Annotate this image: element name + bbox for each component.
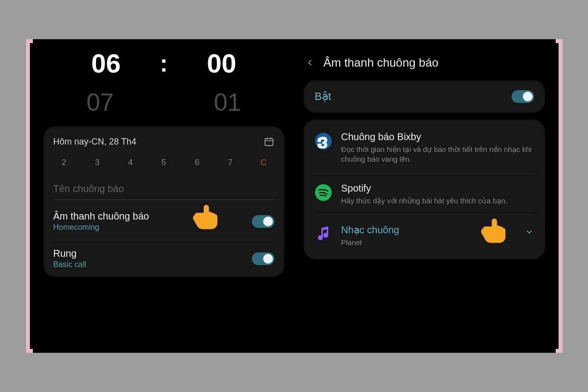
enable-toggle[interactable] [512,90,534,103]
header: Âm thanh chuông báo [304,47,545,80]
bixby-title: Chuông báo Bixby [341,131,534,143]
alarm-sound-row[interactable]: Âm thanh chuông báo Homecoming [53,203,275,240]
sound-options-card: Chuông báo Bixby Đọc thời gian hiện tại … [304,120,545,259]
alarm-name-placeholder: Tên chuông báo [53,183,124,194]
time-separator: : [160,50,168,77]
time-picker-next[interactable]: 07 01 [44,88,285,117]
bixby-icon [315,132,332,150]
alarm-sound-toggle[interactable] [252,215,274,228]
music-note-icon [315,225,332,243]
spotify-row[interactable]: Spotify Hãy thức dậy với những bài hát y… [315,174,534,215]
alarm-sound-screen: Âm thanh chuông báo Bật Chuông báo Bixby… [295,43,559,349]
day-2[interactable]: 2 [56,158,72,168]
day-sun[interactable]: C [256,158,271,168]
day-7[interactable]: 7 [222,158,238,168]
spotify-sub: Hãy thức dậy với những bài hát yêu thích… [341,196,534,206]
bixby-sub: Đọc thời gian hiện tại và dự báo thời ti… [341,145,534,165]
vibrate-sub: Basic call [53,260,87,269]
day-6[interactable]: 6 [189,158,205,168]
day-3[interactable]: 3 [89,158,105,168]
vibrate-row[interactable]: Rung Basic call [53,240,275,277]
minute-next[interactable]: 01 [203,88,252,117]
date-selector[interactable]: Hôm nay-CN, 28 Th4 [53,136,275,147]
enable-toggle-row[interactable]: Bật [315,83,534,110]
days-row: 2 3 4 5 6 7 C [53,158,275,180]
hour-next[interactable]: 07 [75,88,124,117]
enable-label: Bật [315,90,331,103]
vibrate-title: Rung [53,248,87,259]
bixby-row[interactable]: Chuông báo Bixby Đọc thời gian hiện tại … [315,122,534,174]
hour-selected[interactable]: 06 [81,48,130,78]
svg-rect-0 [265,139,273,146]
vibrate-toggle[interactable] [252,252,274,265]
back-icon[interactable] [306,58,315,67]
date-label: Hôm nay-CN, 28 Th4 [53,137,137,147]
alarm-settings-card: Hôm nay-CN, 28 Th4 2 3 4 5 6 7 C Tên chu… [44,126,285,277]
time-picker-selected[interactable]: 06 : 00 [44,48,285,78]
calendar-icon[interactable] [264,136,274,147]
chevron-down-icon[interactable] [524,227,534,237]
pointer-hand-icon [192,204,220,229]
alarm-sound-sub: Homecoming [53,223,149,232]
day-5[interactable]: 5 [156,158,172,168]
alarm-edit-screen: 06 : 00 07 01 Hôm nay-CN, 28 Th4 2 3 [30,43,294,349]
pointer-hand-icon [480,218,509,243]
minute-selected[interactable]: 00 [197,48,246,78]
enable-card: Bật [304,80,545,113]
alarm-sound-title: Âm thanh chuông báo [53,211,149,222]
spotify-title: Spotify [341,183,534,194]
day-4[interactable]: 4 [122,158,138,168]
spotify-icon [315,184,332,201]
ringtone-row[interactable]: Nhạc chuông Planet [315,215,534,256]
header-title: Âm thanh chuông báo [323,56,439,70]
alarm-name-input[interactable]: Tên chuông báo [53,180,275,200]
